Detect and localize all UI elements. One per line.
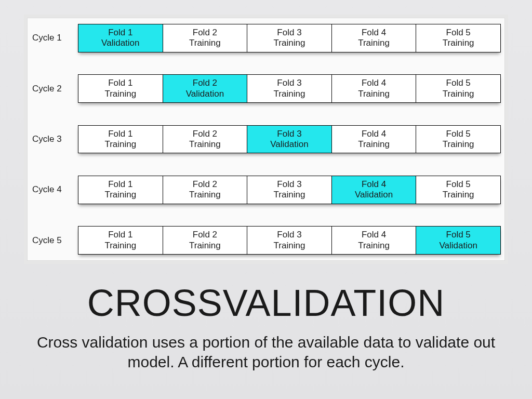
fold-role: Training: [78, 190, 163, 200]
fold-training-cell: Fold 3Training: [247, 227, 332, 254]
fold-role: Training: [416, 139, 500, 150]
fold-name: Fold 2: [163, 230, 247, 240]
slide-title: CROSSVALIDATION: [0, 282, 532, 324]
fold-training-cell: Fold 1Training: [78, 176, 163, 204]
fold-name: Fold 2: [163, 129, 247, 139]
fold-training-cell: Fold 2Training: [163, 227, 248, 254]
fold-role: Validation: [247, 139, 331, 150]
fold-training-cell: Fold 4Training: [332, 227, 417, 254]
fold-name: Fold 5: [416, 28, 500, 38]
fold-role: Training: [332, 89, 416, 99]
cycle-row: Cycle 5Fold 1TrainingFold 2TrainingFold …: [31, 226, 501, 255]
fold-training-cell: Fold 1Training: [78, 227, 163, 254]
fold-name: Fold 2: [163, 28, 247, 38]
fold-role: Training: [332, 139, 416, 150]
fold-role: Training: [78, 139, 163, 150]
fold-role: Training: [332, 241, 416, 251]
fold-role: Validation: [163, 89, 247, 99]
cycle-row: Cycle 2Fold 1TrainingFold 2ValidationFol…: [31, 74, 501, 103]
fold-name: Fold 1: [78, 28, 163, 38]
fold-training-cell: Fold 5Training: [416, 75, 500, 102]
fold-name: Fold 4: [332, 179, 416, 190]
fold-role: Training: [416, 89, 500, 99]
fold-training-cell: Fold 4Training: [332, 75, 417, 102]
cycle-label: Cycle 4: [31, 184, 78, 195]
fold-role: Training: [163, 38, 247, 48]
fold-name: Fold 1: [78, 230, 163, 240]
fold-training-cell: Fold 2Training: [163, 126, 248, 153]
cycle-row: Cycle 4Fold 1TrainingFold 2TrainingFold …: [31, 176, 501, 204]
fold-role: Training: [247, 89, 331, 99]
fold-strip: Fold 1TrainingFold 2TrainingFold 3Traini…: [78, 226, 501, 255]
fold-validation-cell: Fold 2Validation: [163, 75, 248, 102]
fold-name: Fold 3: [247, 230, 331, 240]
fold-role: Validation: [78, 38, 163, 48]
fold-role: Validation: [416, 241, 500, 251]
fold-role: Training: [163, 241, 247, 251]
fold-role: Training: [247, 38, 331, 48]
fold-name: Fold 3: [247, 28, 331, 38]
fold-name: Fold 1: [78, 179, 163, 190]
fold-strip: Fold 1TrainingFold 2ValidationFold 3Trai…: [78, 74, 501, 103]
fold-validation-cell: Fold 1Validation: [78, 24, 163, 52]
fold-name: Fold 3: [247, 179, 331, 190]
fold-training-cell: Fold 3Training: [247, 24, 332, 52]
cycle-row: Cycle 1Fold 1ValidationFold 2TrainingFol…: [31, 24, 501, 52]
crossvalidation-diagram: Cycle 1Fold 1ValidationFold 2TrainingFol…: [31, 24, 501, 255]
fold-role: Training: [163, 190, 247, 200]
fold-name: Fold 4: [332, 28, 416, 38]
fold-name: Fold 3: [247, 78, 331, 88]
cycle-label: Cycle 3: [31, 134, 78, 144]
fold-role: Training: [78, 89, 163, 99]
fold-name: Fold 1: [78, 129, 163, 139]
fold-training-cell: Fold 1Training: [78, 75, 163, 102]
fold-name: Fold 5: [416, 230, 500, 240]
fold-name: Fold 5: [416, 179, 500, 190]
slide-description: Cross validation uses a portion of the a…: [21, 332, 511, 371]
fold-role: Training: [247, 241, 331, 251]
fold-role: Training: [416, 190, 500, 200]
fold-name: Fold 5: [416, 78, 500, 88]
fold-role: Training: [163, 139, 247, 150]
fold-name: Fold 4: [332, 129, 416, 139]
cycle-label: Cycle 5: [31, 235, 78, 246]
fold-name: Fold 3: [247, 129, 331, 139]
fold-training-cell: Fold 3Training: [247, 176, 332, 204]
fold-name: Fold 2: [163, 179, 247, 190]
fold-strip: Fold 1TrainingFold 2TrainingFold 3Traini…: [78, 176, 501, 204]
fold-role: Training: [416, 38, 500, 48]
fold-name: Fold 4: [332, 78, 416, 88]
fold-role: Validation: [332, 190, 416, 200]
cycle-label: Cycle 1: [31, 33, 78, 43]
fold-name: Fold 1: [78, 78, 163, 88]
fold-training-cell: Fold 5Training: [416, 24, 500, 52]
fold-training-cell: Fold 2Training: [163, 24, 248, 52]
fold-training-cell: Fold 4Training: [332, 24, 417, 52]
fold-training-cell: Fold 5Training: [416, 126, 500, 153]
fold-role: Training: [332, 38, 416, 48]
fold-role: Training: [78, 241, 163, 251]
fold-training-cell: Fold 5Training: [416, 176, 500, 204]
diagram-frame: Cycle 1Fold 1ValidationFold 2TrainingFol…: [24, 15, 508, 264]
fold-name: Fold 4: [332, 230, 416, 240]
fold-validation-cell: Fold 4Validation: [332, 176, 417, 204]
fold-training-cell: Fold 1Training: [78, 126, 163, 153]
fold-training-cell: Fold 2Training: [163, 176, 248, 204]
fold-strip: Fold 1TrainingFold 2TrainingFold 3Valida…: [78, 125, 501, 154]
fold-name: Fold 5: [416, 129, 500, 139]
fold-name: Fold 2: [163, 78, 247, 88]
fold-role: Training: [247, 190, 331, 200]
fold-validation-cell: Fold 3Validation: [247, 126, 332, 153]
fold-training-cell: Fold 3Training: [247, 75, 332, 102]
fold-validation-cell: Fold 5Validation: [416, 227, 500, 254]
cycle-label: Cycle 2: [31, 84, 78, 94]
fold-training-cell: Fold 4Training: [332, 126, 417, 153]
fold-strip: Fold 1ValidationFold 2TrainingFold 3Trai…: [78, 24, 501, 52]
cycle-row: Cycle 3Fold 1TrainingFold 2TrainingFold …: [31, 125, 501, 154]
